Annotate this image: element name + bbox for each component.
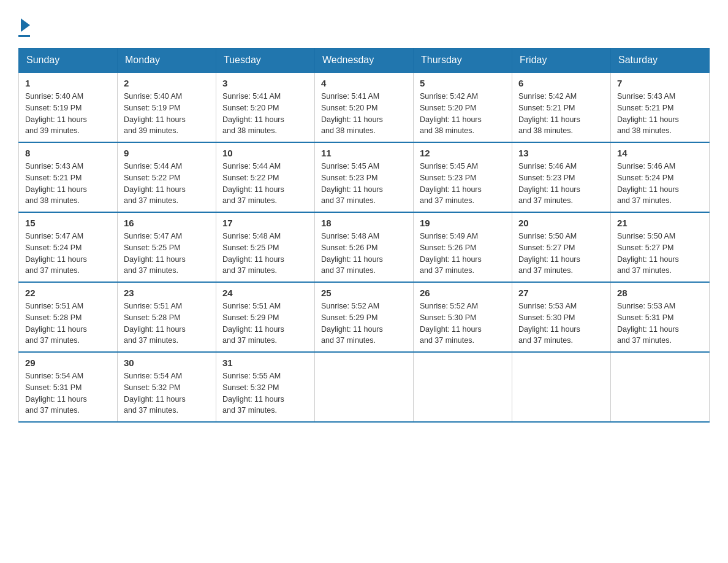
day-number: 23	[124, 288, 210, 298]
calendar-cell: 29 Sunrise: 5:54 AMSunset: 5:31 PMDaylig…	[19, 352, 118, 422]
calendar-table: SundayMondayTuesdayWednesdayThursdayFrid…	[18, 48, 710, 423]
calendar-cell: 9 Sunrise: 5:44 AMSunset: 5:22 PMDayligh…	[118, 142, 216, 212]
day-number: 17	[222, 218, 308, 228]
day-number: 15	[25, 218, 111, 228]
day-info: Sunrise: 5:55 AMSunset: 5:32 PMDaylight:…	[222, 372, 284, 415]
calendar-week-row: 1 Sunrise: 5:40 AMSunset: 5:19 PMDayligh…	[19, 72, 710, 142]
day-number: 19	[420, 218, 506, 228]
day-info: Sunrise: 5:45 AMSunset: 5:23 PMDaylight:…	[321, 162, 383, 205]
calendar-cell: 15 Sunrise: 5:47 AMSunset: 5:24 PMDaylig…	[19, 212, 118, 282]
calendar-week-row: 15 Sunrise: 5:47 AMSunset: 5:24 PMDaylig…	[19, 212, 710, 282]
calendar-cell: 23 Sunrise: 5:51 AMSunset: 5:28 PMDaylig…	[118, 282, 216, 352]
calendar-cell: 27 Sunrise: 5:53 AMSunset: 5:30 PMDaylig…	[512, 282, 611, 352]
calendar-cell: 7 Sunrise: 5:43 AMSunset: 5:21 PMDayligh…	[611, 72, 710, 142]
day-info: Sunrise: 5:50 AMSunset: 5:27 PMDaylight:…	[518, 232, 580, 275]
day-info: Sunrise: 5:47 AMSunset: 5:25 PMDaylight:…	[124, 232, 186, 275]
day-info: Sunrise: 5:40 AMSunset: 5:19 PMDaylight:…	[25, 92, 87, 135]
day-info: Sunrise: 5:54 AMSunset: 5:31 PMDaylight:…	[25, 372, 87, 415]
calendar-cell: 8 Sunrise: 5:43 AMSunset: 5:21 PMDayligh…	[19, 142, 118, 212]
calendar-cell	[315, 352, 414, 422]
day-number: 28	[617, 288, 703, 298]
calendar-cell: 20 Sunrise: 5:50 AMSunset: 5:27 PMDaylig…	[512, 212, 611, 282]
day-info: Sunrise: 5:52 AMSunset: 5:29 PMDaylight:…	[321, 302, 383, 345]
calendar-cell: 6 Sunrise: 5:42 AMSunset: 5:21 PMDayligh…	[512, 72, 611, 142]
day-info: Sunrise: 5:48 AMSunset: 5:26 PMDaylight:…	[321, 232, 383, 275]
day-number: 20	[518, 218, 604, 228]
calendar-cell: 22 Sunrise: 5:51 AMSunset: 5:28 PMDaylig…	[19, 282, 118, 352]
day-info: Sunrise: 5:47 AMSunset: 5:24 PMDaylight:…	[25, 232, 87, 275]
calendar-cell: 18 Sunrise: 5:48 AMSunset: 5:26 PMDaylig…	[315, 212, 414, 282]
day-number: 4	[321, 78, 407, 88]
day-info: Sunrise: 5:54 AMSunset: 5:32 PMDaylight:…	[124, 372, 186, 415]
calendar-cell: 31 Sunrise: 5:55 AMSunset: 5:32 PMDaylig…	[216, 352, 315, 422]
weekday-header-wednesday: Wednesday	[315, 48, 414, 73]
day-info: Sunrise: 5:51 AMSunset: 5:29 PMDaylight:…	[222, 302, 284, 345]
day-number: 14	[617, 148, 703, 158]
calendar-cell: 12 Sunrise: 5:45 AMSunset: 5:23 PMDaylig…	[414, 142, 512, 212]
day-number: 25	[321, 288, 407, 298]
day-number: 10	[222, 148, 308, 158]
day-info: Sunrise: 5:44 AMSunset: 5:22 PMDaylight:…	[222, 162, 284, 205]
day-number: 9	[124, 148, 210, 158]
day-number: 16	[124, 218, 210, 228]
day-number: 24	[222, 288, 308, 298]
calendar-cell: 2 Sunrise: 5:40 AMSunset: 5:19 PMDayligh…	[118, 72, 216, 142]
logo-arrow-icon	[21, 18, 30, 32]
calendar-cell: 19 Sunrise: 5:49 AMSunset: 5:26 PMDaylig…	[414, 212, 512, 282]
day-info: Sunrise: 5:40 AMSunset: 5:19 PMDaylight:…	[124, 92, 186, 135]
calendar-week-row: 8 Sunrise: 5:43 AMSunset: 5:21 PMDayligh…	[19, 142, 710, 212]
day-info: Sunrise: 5:41 AMSunset: 5:20 PMDaylight:…	[321, 92, 383, 135]
day-number: 21	[617, 218, 703, 228]
calendar-cell: 11 Sunrise: 5:45 AMSunset: 5:23 PMDaylig…	[315, 142, 414, 212]
day-number: 31	[222, 358, 308, 368]
weekday-header-saturday: Saturday	[611, 48, 710, 73]
day-info: Sunrise: 5:46 AMSunset: 5:24 PMDaylight:…	[617, 162, 679, 205]
calendar-cell: 25 Sunrise: 5:52 AMSunset: 5:29 PMDaylig…	[315, 282, 414, 352]
day-number: 1	[25, 78, 111, 88]
day-number: 30	[124, 358, 210, 368]
calendar-cell: 16 Sunrise: 5:47 AMSunset: 5:25 PMDaylig…	[118, 212, 216, 282]
weekday-header-monday: Monday	[118, 48, 216, 73]
weekday-header-thursday: Thursday	[414, 48, 512, 73]
day-number: 7	[617, 78, 703, 88]
day-number: 3	[222, 78, 308, 88]
weekday-header-sunday: Sunday	[19, 48, 118, 73]
day-number: 12	[420, 148, 506, 158]
day-info: Sunrise: 5:46 AMSunset: 5:23 PMDaylight:…	[518, 162, 580, 205]
weekday-header-friday: Friday	[512, 48, 611, 73]
calendar-cell	[414, 352, 512, 422]
calendar-cell: 14 Sunrise: 5:46 AMSunset: 5:24 PMDaylig…	[611, 142, 710, 212]
calendar-cell: 4 Sunrise: 5:41 AMSunset: 5:20 PMDayligh…	[315, 72, 414, 142]
day-info: Sunrise: 5:53 AMSunset: 5:30 PMDaylight:…	[518, 302, 580, 345]
day-info: Sunrise: 5:43 AMSunset: 5:21 PMDaylight:…	[617, 92, 679, 135]
day-info: Sunrise: 5:51 AMSunset: 5:28 PMDaylight:…	[124, 302, 186, 345]
calendar-week-row: 22 Sunrise: 5:51 AMSunset: 5:28 PMDaylig…	[19, 282, 710, 352]
day-number: 18	[321, 218, 407, 228]
day-info: Sunrise: 5:43 AMSunset: 5:21 PMDaylight:…	[25, 162, 87, 205]
day-number: 26	[420, 288, 506, 298]
calendar-cell: 26 Sunrise: 5:52 AMSunset: 5:30 PMDaylig…	[414, 282, 512, 352]
day-number: 11	[321, 148, 407, 158]
day-number: 27	[518, 288, 604, 298]
calendar-cell: 13 Sunrise: 5:46 AMSunset: 5:23 PMDaylig…	[512, 142, 611, 212]
calendar-cell	[611, 352, 710, 422]
day-info: Sunrise: 5:42 AMSunset: 5:21 PMDaylight:…	[518, 92, 580, 135]
calendar-cell: 1 Sunrise: 5:40 AMSunset: 5:19 PMDayligh…	[19, 72, 118, 142]
calendar-cell: 21 Sunrise: 5:50 AMSunset: 5:27 PMDaylig…	[611, 212, 710, 282]
day-info: Sunrise: 5:42 AMSunset: 5:20 PMDaylight:…	[420, 92, 482, 135]
day-info: Sunrise: 5:41 AMSunset: 5:20 PMDaylight:…	[222, 92, 284, 135]
day-info: Sunrise: 5:51 AMSunset: 5:28 PMDaylight:…	[25, 302, 87, 345]
calendar-cell: 10 Sunrise: 5:44 AMSunset: 5:22 PMDaylig…	[216, 142, 315, 212]
day-number: 6	[518, 78, 604, 88]
calendar-cell: 5 Sunrise: 5:42 AMSunset: 5:20 PMDayligh…	[414, 72, 512, 142]
calendar-cell	[512, 352, 611, 422]
day-number: 2	[124, 78, 210, 88]
day-info: Sunrise: 5:49 AMSunset: 5:26 PMDaylight:…	[420, 232, 482, 275]
calendar-cell: 3 Sunrise: 5:41 AMSunset: 5:20 PMDayligh…	[216, 72, 315, 142]
calendar-cell: 24 Sunrise: 5:51 AMSunset: 5:29 PMDaylig…	[216, 282, 315, 352]
day-info: Sunrise: 5:50 AMSunset: 5:27 PMDaylight:…	[617, 232, 679, 275]
day-info: Sunrise: 5:53 AMSunset: 5:31 PMDaylight:…	[617, 302, 679, 345]
day-number: 8	[25, 148, 111, 158]
page-header	[18, 12, 710, 37]
day-number: 13	[518, 148, 604, 158]
